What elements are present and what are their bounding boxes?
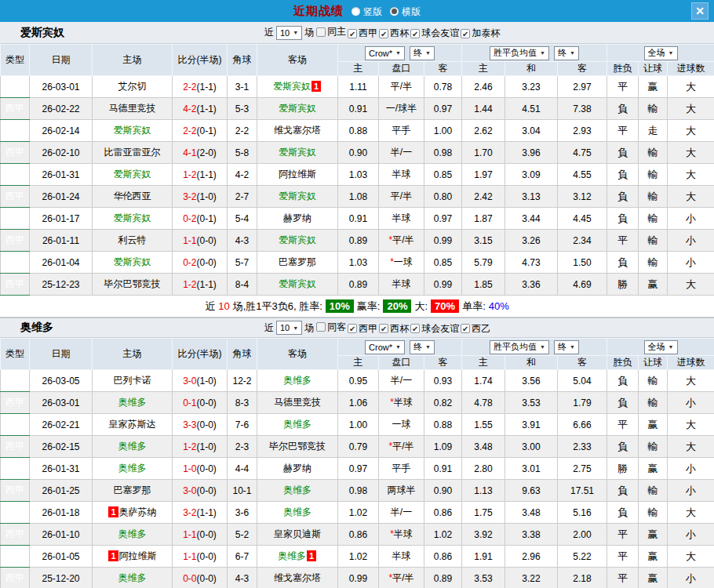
home-team-cell: 爱斯宾奴 [93,164,173,186]
date-cell: 26-01-31 [30,164,93,186]
odds-home-cell: 0.89 [338,230,379,252]
team-label: 阿拉维斯 [119,550,157,561]
odds-company-select[interactable]: Crow*▼ [365,340,405,354]
odds-home-cell: 1.02 [338,546,379,568]
col-avg-home: 主 [462,356,505,370]
avg-stage-select[interactable]: 终▼ [554,340,579,354]
avg-away-cell: 2.93 [558,120,607,142]
avg-home-cell: 3.53 [462,568,505,588]
filter-checkbox[interactable]: ✔ [410,324,420,333]
scope-select[interactable]: 全场▼ [644,46,678,60]
avg-away-cell: 3.12 [558,186,607,208]
away-team-cell: 阿拉维斯 [257,164,338,186]
away-team-cell: 毕尔巴鄂竞技 [257,436,338,458]
table-row: 西甲26-01-25巴塞罗那3-0(0-0)10-1奥维多0.98两球半0.90… [1,480,714,502]
filter-checkbox[interactable] [316,27,326,37]
table-row: 西甲26-01-10奥维多1-1(0-0)5-2皇家贝迪斯0.86*半球1.02… [1,524,714,546]
col-date: 日期 [30,45,93,76]
avg-stage-select[interactable]: 终▼ [554,46,579,60]
avg-away-cell: 5.16 [558,502,607,524]
layout-radio[interactable] [352,7,360,16]
team-label: 奥萨苏纳 [119,506,157,517]
home-team-cell: 爱斯宾奴 [93,208,173,230]
goals-result-cell: 大 [668,274,714,296]
goals-result-cell: 小 [668,568,714,588]
home-team-cell: 1奥萨苏纳 [93,502,173,524]
score-cell: 1-2(1-1) [173,274,228,296]
avg-draw-cell: 3.91 [505,414,558,436]
avg-away-cell: 2.18 [558,568,607,588]
corner-cell: 12-2 [228,370,257,392]
recent-count-select[interactable]: 10▼ [276,26,302,40]
away-team-cell: 维戈塞尔塔 [257,120,338,142]
filter-checkbox[interactable]: ✔ [348,324,357,333]
avg-home-cell: 1.70 [462,142,505,164]
score-cell: 3-0(1-0) [173,370,228,392]
table-row: 西甲26-01-31奥维多1-0(0-0)4-4赫罗纳0.97平手0.912.8… [1,458,714,480]
odds-away-cell: 0.98 [424,142,462,164]
goals-result-cell: 小 [668,524,714,546]
odds-home-cell: 0.91 [338,98,379,120]
wdl-result-cell: 負 [607,142,639,164]
away-team-cell: 巴塞罗那 [257,252,338,274]
team-label: 奥维多 [118,463,147,474]
halftime-score: (0-0) [197,257,217,268]
filter-option: ✔西乙 [461,322,490,336]
team-label: 马德里竞技 [109,103,156,114]
odds-stage-select[interactable]: 终▼ [410,340,435,354]
odds-away-cell: 0.86 [424,546,462,568]
odds-company-select[interactable]: Crow*▼ [365,46,405,60]
away-team-cell: 赫罗纳 [257,208,338,230]
filter-checkbox[interactable]: ✔ [379,29,388,38]
summary-bar: 近10场,胜1平3负6, 胜率: 10% 赢率: 20% 大: 70% 单率:4… [0,296,714,318]
filter-checkbox[interactable]: ✔ [461,29,470,38]
avg-type-select[interactable]: 胜平负均值▼ [490,46,549,60]
goals-result-cell: 小 [668,458,714,480]
table-row: 西甲26-03-01艾尔切2-2(1-1)3-1爱斯宾奴11.11平/半0.78… [1,76,714,98]
table-row: 西甲26-01-11利云特1-1(0-0)4-3爱斯宾奴0.89*平/半0.99… [1,230,714,252]
handicap-result-cell: 輸 [639,230,668,252]
fulltime-score: 1-2 [183,169,196,180]
filter-checkbox[interactable]: ✔ [461,324,470,333]
recent-count-select[interactable]: 10▼ [276,321,302,335]
odds-away-cell: 0.99 [424,230,462,252]
layout-radio-label: 竖版 [363,6,382,17]
filter-checkbox[interactable]: ✔ [410,29,420,38]
chevron-down-icon: ▼ [570,344,575,350]
avg-away-cell: 1.50 [558,252,607,274]
date-cell: 25-12-20 [30,568,93,588]
chevron-down-icon: ▼ [570,50,575,56]
odds-away-cell: 1.02 [424,524,462,546]
corner-cell: 4-3 [228,568,257,588]
avg-home-cell: 1.55 [462,414,505,436]
close-button[interactable]: ✕ [691,2,709,20]
handicap-cell: 半/一 [379,502,424,524]
filter-checkbox[interactable]: ✔ [348,29,357,38]
wdl-result-cell: 負 [607,252,639,274]
odds-stage-select[interactable]: 终▼ [410,46,435,60]
handicap-result-cell: 輸 [639,142,668,164]
filter-checkbox[interactable] [316,322,326,332]
layout-radio[interactable] [390,7,399,16]
score-cell: 1-2(1-0) [173,436,228,458]
avg-type-select[interactable]: 胜平负均值▼ [490,340,549,354]
filter-checkbox[interactable]: ✔ [379,324,388,333]
single-rate-value: 40% [489,300,509,312]
avg-group-header: 胜平负均值▼终▼ [462,45,607,62]
col-avg-away: 客 [558,356,607,370]
score-cell: 3-3(0-0) [173,414,228,436]
odds-home-cell: 0.88 [338,120,379,142]
team-label: 爱斯宾奴 [114,169,151,180]
team-label: 维戈塞尔塔 [274,572,321,583]
table-row: 西甲26-01-181奥萨苏纳3-2(1-1)3-6奥维多1.02半/一0.86… [1,502,714,524]
avg-home-cell: 1.13 [462,480,505,502]
handicap-result-cell: 輸 [639,370,668,392]
league-cell: 西甲 [1,392,30,414]
star-marker: * [388,572,392,583]
odds-home-cell: 0.95 [338,370,379,392]
scope-select[interactable]: 全场▼ [644,340,678,354]
odds-home-cell: 0.97 [338,458,379,480]
chevron-down-icon: ▼ [293,30,298,35]
col-goals: 进球数 [668,62,714,76]
team-label: 爱斯宾奴 [279,103,316,114]
